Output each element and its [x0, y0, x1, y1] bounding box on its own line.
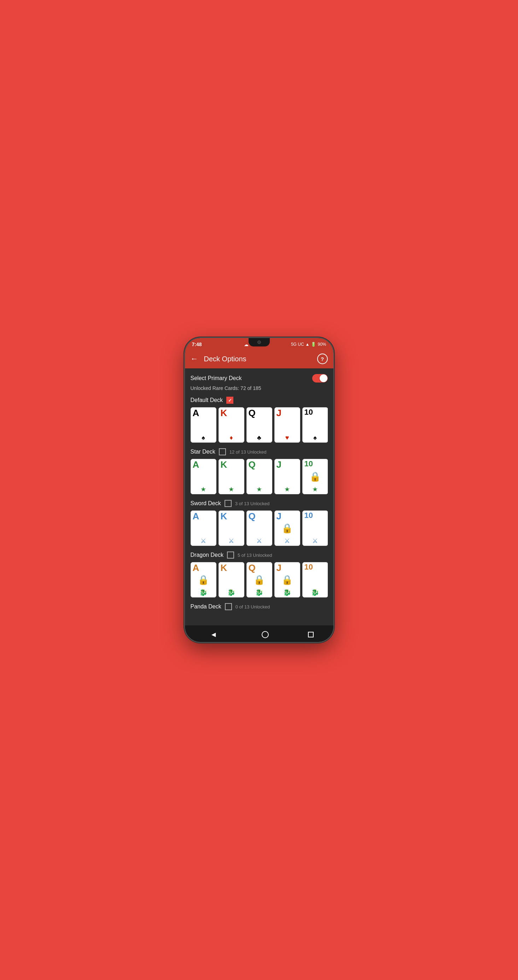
status-time: 7:48: [192, 342, 202, 347]
card-3-1[interactable]: K🐉: [218, 562, 244, 598]
card-letter-2-3: J: [276, 512, 281, 521]
card-symbol-0-0: ♠: [202, 434, 205, 441]
primary-deck-row: Select Primary Deck: [191, 374, 328, 382]
bottom-nav: ◀: [185, 625, 333, 642]
deck-checkbox-2[interactable]: [225, 500, 232, 507]
card-symbol-3-1: 🐉: [227, 589, 235, 596]
card-2-1[interactable]: K⚔: [218, 511, 244, 546]
card-letter-1-4: 10: [304, 460, 313, 468]
deck-name-1: Star Deck: [191, 449, 215, 455]
card-letter-2-4: 10: [304, 512, 313, 519]
nav-home-button[interactable]: [261, 631, 269, 638]
card-lock-1-4: 🔒: [309, 471, 321, 482]
card-symbol-2-3: ⚔: [284, 538, 290, 544]
card-symbol-1-0: ★: [201, 486, 206, 493]
help-button[interactable]: ?: [317, 353, 328, 364]
back-button[interactable]: ←: [191, 354, 198, 363]
deck-header-4: Panda Deck0 of 13 Unlocked: [191, 603, 328, 610]
card-letter-2-2: Q: [249, 512, 256, 521]
card-symbol-2-0: ⚔: [201, 538, 206, 544]
phone-inner: 7:48 ☁ 5G UC ▲ 🔋 90% ← Deck Options ? Se…: [185, 338, 333, 642]
deck-checkbox-1[interactable]: [219, 448, 226, 455]
card-1-4[interactable]: 10🔒★: [302, 459, 328, 494]
cards-row-0: A♠K♦Q♣J♥10♠: [191, 407, 328, 442]
card-letter-3-0: A: [193, 563, 199, 573]
card-symbol-1-4: ★: [312, 486, 318, 493]
card-2-0[interactable]: A⚔: [191, 511, 217, 546]
deck-name-3: Dragon Deck: [191, 552, 223, 558]
card-letter-3-3: J: [276, 563, 281, 573]
card-letter-3-1: K: [221, 563, 227, 573]
card-letter-0-2: Q: [249, 408, 256, 417]
card-symbol-1-1: ★: [228, 486, 234, 493]
primary-deck-toggle[interactable]: [312, 374, 328, 382]
card-symbol-3-3: 🐉: [283, 589, 291, 596]
card-symbol-0-1: ♦: [230, 434, 233, 441]
unlocked-rare-text: Unlocked Rare Cards: 72 of 185: [191, 385, 328, 391]
card-letter-1-0: A: [193, 460, 199, 469]
deck-header-3: Dragon Deck5 of 13 Unlocked: [191, 552, 328, 558]
nav-recents-button[interactable]: [308, 632, 314, 638]
deck-unlock-text-1: 12 of 13 Unlocked: [230, 449, 266, 455]
battery-icon: 🔋: [311, 342, 316, 347]
cloud-icon: ☁: [244, 342, 249, 347]
card-3-0[interactable]: A🔒🐉: [191, 562, 217, 598]
card-1-2[interactable]: Q★: [247, 459, 272, 494]
deck-header-0: Default Deck: [191, 397, 328, 404]
deck-unlock-text-4: 0 of 13 Unlocked: [236, 604, 270, 609]
card-letter-2-0: A: [193, 512, 199, 521]
card-2-3[interactable]: J🔒⚔: [274, 511, 300, 546]
deck-section-3: Dragon Deck5 of 13 UnlockedA🔒🐉K🐉Q🔒🐉J🔒🐉10…: [191, 552, 328, 598]
card-2-4[interactable]: 10⚔: [302, 511, 328, 546]
card-lock-3-0: 🔒: [198, 574, 209, 585]
page-title: Deck Options: [204, 355, 317, 363]
deck-section-4: Panda Deck0 of 13 Unlocked: [191, 603, 328, 610]
card-symbol-3-2: 🐉: [255, 589, 263, 596]
card-symbol-2-2: ⚔: [257, 538, 262, 544]
card-3-4[interactable]: 10🐉: [302, 562, 328, 598]
network-label: 5G UC: [291, 342, 304, 347]
deck-name-4: Panda Deck: [191, 603, 222, 610]
card-3-2[interactable]: Q🔒🐉: [247, 562, 272, 598]
card-1-3[interactable]: J★: [274, 459, 300, 494]
deck-header-1: Star Deck12 of 13 Unlocked: [191, 448, 328, 455]
card-3-3[interactable]: J🔒🐉: [274, 562, 300, 598]
card-lock-3-3: 🔒: [281, 574, 293, 585]
card-letter-0-3: J: [276, 408, 281, 417]
card-symbol-0-2: ♣: [257, 434, 261, 441]
card-letter-1-2: Q: [249, 460, 256, 469]
toggle-knob: [320, 374, 327, 382]
card-letter-1-3: J: [276, 460, 281, 469]
deck-section-1: Star Deck12 of 13 UnlockedA★K★Q★J★10🔒★: [191, 448, 328, 494]
card-symbol-2-1: ⚔: [228, 538, 234, 544]
phone-frame: 7:48 ☁ 5G UC ▲ 🔋 90% ← Deck Options ? Se…: [185, 338, 333, 642]
cards-row-3: A🔒🐉K🐉Q🔒🐉J🔒🐉10🐉: [191, 562, 328, 598]
primary-deck-label: Select Primary Deck: [191, 375, 242, 382]
deck-section-0: Default DeckA♠K♦Q♣J♥10♠: [191, 397, 328, 442]
card-0-3[interactable]: J♥: [274, 407, 300, 442]
card-symbol-1-3: ★: [284, 486, 290, 493]
cards-row-1: A★K★Q★J★10🔒★: [191, 459, 328, 494]
deck-checkbox-4[interactable]: [225, 603, 232, 610]
deck-checkbox-0[interactable]: [226, 397, 233, 404]
card-0-1[interactable]: K♦: [218, 407, 244, 442]
card-lock-3-2: 🔒: [253, 574, 265, 585]
card-letter-1-1: K: [221, 460, 227, 469]
card-1-0[interactable]: A★: [191, 459, 217, 494]
deck-section-2: Sword Deck3 of 13 UnlockedA⚔K⚔Q⚔J🔒⚔10⚔: [191, 500, 328, 546]
deck-checkbox-3[interactable]: [227, 552, 234, 558]
card-1-1[interactable]: K★: [218, 459, 244, 494]
card-0-0[interactable]: A♠: [191, 407, 217, 442]
card-letter-3-4: 10: [304, 563, 313, 571]
card-letter-0-1: K: [221, 408, 227, 417]
app-bar: ← Deck Options ?: [185, 349, 333, 368]
deck-name-2: Sword Deck: [191, 500, 221, 507]
card-symbol-0-4: ♠: [313, 434, 317, 441]
signal-icon: ▲: [306, 342, 310, 347]
card-2-2[interactable]: Q⚔: [247, 511, 272, 546]
card-letter-2-1: K: [221, 512, 227, 521]
card-0-4[interactable]: 10♠: [302, 407, 328, 442]
content-area: Select Primary Deck Unlocked Rare Cards:…: [185, 368, 333, 625]
card-0-2[interactable]: Q♣: [247, 407, 272, 442]
nav-back-button[interactable]: ◀: [204, 630, 223, 639]
